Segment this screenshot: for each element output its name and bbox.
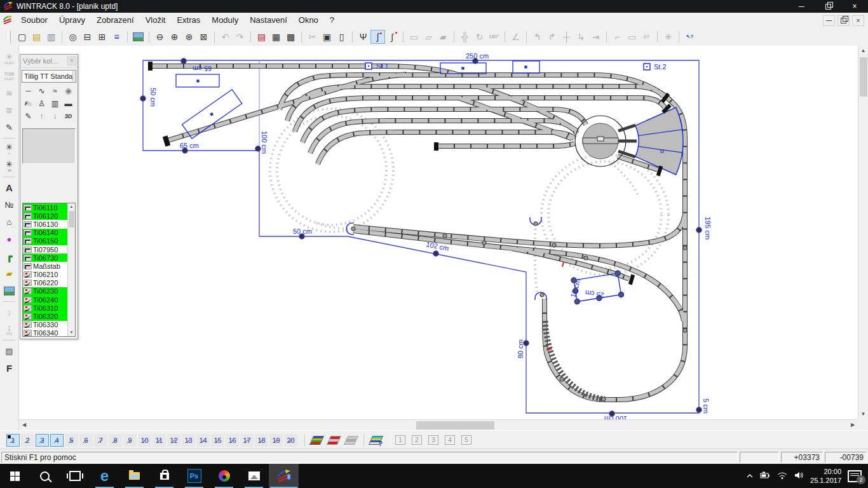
select-track-button[interactable]: Ψ — [356, 30, 370, 44]
bring-front-button[interactable]: ▱ — [421, 30, 436, 44]
profile-tool[interactable]: F — [1, 360, 17, 376]
track-list-item[interactable]: Ti06240 — [23, 295, 68, 304]
layer-button[interactable]: 2 — [21, 434, 34, 447]
layer-button[interactable]: 16 — [226, 434, 239, 447]
shed-tool[interactable]: ▥ — [48, 97, 62, 110]
new-button[interactable]: ▢ — [15, 30, 29, 44]
menu-item[interactable]: Úpravy — [53, 13, 91, 28]
layer-button[interactable]: 15 — [211, 434, 224, 447]
edge-taskbar-button[interactable]: e — [90, 464, 119, 488]
layer-button[interactable]: 11 — [153, 434, 166, 447]
layer-button[interactable]: 19 — [269, 434, 283, 447]
magic-wand-tool[interactable]: ✎ — [1, 119, 17, 135]
paint-app-taskbar-button[interactable] — [209, 464, 239, 488]
wifi-icon[interactable] — [777, 471, 787, 481]
plan-canvas[interactable]: 65 cm 250 cm St.1 St.2 50 cm 65 cm 100 c… — [19, 46, 858, 419]
save-button[interactable]: ▥ — [44, 30, 58, 44]
menu-item[interactable]: Okno — [293, 13, 324, 28]
layer-button[interactable]: 9 — [123, 434, 137, 447]
minimize-button[interactable] — [788, 0, 815, 13]
track-list-item[interactable]: Ti06120 — [23, 212, 68, 220]
track-system-dropdown[interactable]: Tillig TT Standa ▾ — [22, 70, 76, 83]
rotate-button[interactable]: ↻ — [472, 30, 487, 44]
track-list-item[interactable]: Maßstab — [23, 262, 68, 270]
track-list-item[interactable]: Ti06310 — [23, 304, 68, 312]
scroll-up-icon[interactable]: ▲ — [68, 203, 75, 210]
scroll-down-icon[interactable]: ▼ — [858, 409, 868, 419]
menu-item[interactable]: Extras — [171, 13, 206, 28]
building-tool[interactable]: ▬ — [62, 97, 75, 110]
layer-button[interactable]: 6 — [79, 434, 93, 447]
chevron-up-icon[interactable] — [746, 471, 754, 480]
check-plan-button[interactable]: 2? — [639, 30, 654, 44]
track-group-tool[interactable]: ≣ — [1, 102, 17, 118]
report-button[interactable]: ▤ — [254, 30, 269, 44]
lower-tool[interactable]: ↓ — [48, 110, 62, 123]
zoom-window-button[interactable]: ⊛ — [182, 30, 196, 44]
parallel-track-tool[interactable]: ≋ — [1, 85, 17, 101]
track-list-item[interactable]: Ti06230 — [23, 287, 68, 295]
battery-icon[interactable] — [760, 471, 771, 481]
figures-tool[interactable]: ♙ — [35, 97, 48, 110]
track-list-item[interactable]: Ti06210 — [23, 271, 68, 279]
layer-button[interactable]: 3 — [36, 434, 49, 447]
vertical-scrollbar[interactable]: ▲ ▼ — [858, 46, 868, 419]
file-explorer-taskbar-button[interactable] — [119, 464, 149, 488]
print-pages-button[interactable]: ⊞ — [95, 30, 109, 44]
track-list-item[interactable]: Ti06320 — [23, 312, 68, 320]
panel-close-button[interactable]: × — [67, 57, 76, 65]
close-button[interactable]: × — [841, 0, 868, 13]
text-box-button[interactable]: ▭ — [407, 30, 421, 44]
zoom-out-button[interactable]: ⊖ — [153, 30, 167, 44]
layer-group-button[interactable]: 1 — [393, 434, 407, 447]
task-view-button[interactable] — [60, 464, 90, 488]
print-button[interactable]: ⊟ — [80, 30, 95, 44]
track-list-item[interactable]: Ti06130 — [23, 220, 68, 228]
track-list-item[interactable]: Ti06150 — [23, 237, 68, 245]
track-list-item[interactable]: Ti06110 — [23, 203, 68, 212]
send-back-button[interactable]: ▰ — [436, 30, 451, 44]
accessory-tool[interactable]: F⌂ — [22, 97, 35, 110]
layer-button[interactable]: 12 — [167, 434, 180, 447]
layer-button[interactable]: 13 — [182, 434, 195, 447]
menu-item[interactable]: Nastavení — [244, 13, 293, 28]
taskbar-clock[interactable]: 20:00 25.1.2017 — [810, 467, 841, 485]
layer-stack-button[interactable] — [309, 433, 324, 447]
layer-button[interactable]: 5 — [65, 434, 78, 447]
image-tool[interactable] — [1, 283, 17, 299]
scroll-right-icon[interactable]: ▶ — [848, 420, 858, 430]
area-select-button[interactable]: ▭ — [625, 30, 639, 44]
rotate-180-button[interactable]: 180° — [487, 30, 501, 44]
track-list-item[interactable]: Ti06220 — [23, 279, 68, 287]
track-list-item[interactable]: Ti06730 — [23, 254, 68, 262]
layer-button[interactable]: 20 — [284, 434, 297, 447]
layer-button[interactable]: 10 — [138, 434, 151, 447]
connect-up-button[interactable]: ↰ — [530, 30, 545, 44]
split-track-button[interactable]: ↳ — [574, 30, 588, 44]
photoshop-taskbar-button[interactable]: Ps — [179, 464, 209, 488]
mdi-minimize-button[interactable] — [823, 15, 835, 26]
menu-item[interactable]: Moduly — [206, 13, 244, 28]
layer-gray-button[interactable] — [343, 433, 358, 447]
layer-group-button[interactable]: 5 — [459, 434, 473, 447]
context-help-button[interactable]: ↖? — [682, 30, 697, 44]
layer-group-button[interactable]: 4 — [443, 434, 457, 447]
surface-tool[interactable]: ▰ — [1, 266, 17, 281]
v-scroll-thumb[interactable] — [860, 57, 867, 97]
notification-icon[interactable]: 2 — [848, 470, 862, 482]
center-plan-button[interactable]: ✳ — [661, 30, 675, 44]
horizontal-scrollbar[interactable]: ◀ ▶ — [19, 419, 858, 431]
h-scroll-thumb[interactable] — [416, 421, 494, 430]
layer-button[interactable]: 14 — [196, 434, 210, 447]
scroll-left-icon[interactable]: ◀ — [19, 420, 29, 430]
track-list-item[interactable]: Ti06340 — [23, 329, 68, 336]
image-view-button[interactable] — [131, 30, 146, 44]
slope-button[interactable]: ∠ — [508, 30, 523, 44]
turntable-tool[interactable]: ◉ — [62, 85, 75, 97]
raise-tool[interactable]: ↑ — [35, 110, 48, 123]
restore-button[interactable] — [815, 0, 841, 13]
print-preview-button[interactable]: ◎ — [65, 30, 80, 44]
undo-button[interactable]: ↶ — [218, 30, 233, 44]
curve-track-button[interactable]: ʃ — [370, 30, 385, 44]
scroll-up-icon[interactable]: ▲ — [858, 46, 868, 56]
